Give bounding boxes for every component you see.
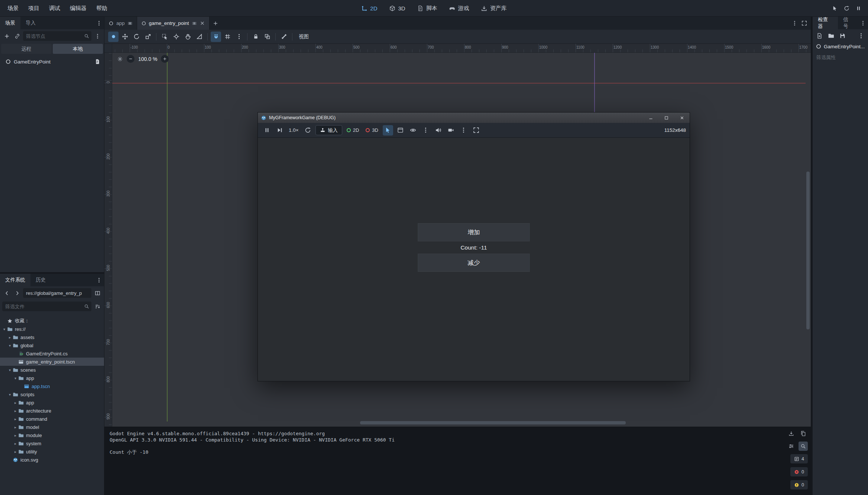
game-eye-button[interactable]: [408, 125, 418, 136]
expander-icon[interactable]: ▸: [13, 401, 18, 405]
fs-item[interactable]: app.tscn: [0, 382, 104, 390]
grid-snap-tool-button[interactable]: [222, 32, 233, 42]
fs-item[interactable]: ▾res://: [0, 325, 104, 333]
runbar-cursor-button[interactable]: [830, 4, 839, 13]
add-node-button[interactable]: [2, 32, 11, 40]
inspector-menu-button[interactable]: [858, 19, 867, 27]
runbar-reload-button[interactable]: [842, 4, 851, 13]
horizontal-scrollbar[interactable]: [360, 421, 626, 424]
filter-files-input[interactable]: [2, 302, 91, 311]
expander-icon[interactable]: ▾: [7, 343, 13, 348]
ruler-tool-button[interactable]: [194, 32, 204, 42]
scene-tabs-expand-button[interactable]: [800, 19, 809, 28]
game-kebab-button[interactable]: [459, 125, 469, 136]
scene-tree-item[interactable]: GameEntryPoint: [0, 57, 104, 66]
fs-item[interactable]: 收藏：: [0, 317, 104, 325]
magnet-tool-button[interactable]: [211, 32, 221, 42]
kebab-tool-button[interactable]: [234, 32, 244, 42]
output-tune-button[interactable]: [787, 442, 796, 451]
output-search-button[interactable]: [799, 442, 808, 451]
fs-item[interactable]: ▾scripts: [0, 390, 104, 398]
rotate-tool-button[interactable]: [131, 32, 142, 42]
menu-project[interactable]: 项目: [24, 3, 44, 14]
expander-icon[interactable]: ▸: [13, 433, 18, 437]
game-cursor-button[interactable]: [383, 125, 393, 136]
remote-button[interactable]: 远程: [1, 44, 52, 54]
zoom-out-button[interactable]: [127, 55, 135, 63]
fs-item[interactable]: ▸model: [0, 423, 104, 431]
output-warning-count-badge[interactable]: 0: [790, 480, 808, 489]
game-fullscreen-button[interactable]: [471, 125, 482, 136]
select-tool-button[interactable]: [108, 32, 119, 42]
game-panel-button[interactable]: [395, 125, 406, 136]
expander-icon[interactable]: ▸: [7, 335, 13, 339]
filter-properties-input[interactable]: [815, 52, 866, 62]
expander-icon[interactable]: ▾: [1, 327, 7, 331]
fs-item[interactable]: C#GameEntryPoint.cs: [0, 349, 104, 358]
window-minimize-button[interactable]: [643, 113, 658, 123]
new-scene-tab-button[interactable]: [210, 17, 221, 30]
scene-tab-game_entry_point[interactable]: game_entry_point: [137, 17, 210, 30]
fs-item[interactable]: ▸assets: [0, 333, 104, 341]
inspector-tab-inspector[interactable]: 检查器: [813, 17, 838, 29]
menu-help[interactable]: 帮助: [92, 3, 112, 14]
output-message-count-badge[interactable]: 4: [790, 454, 808, 463]
output-download-button[interactable]: [787, 429, 796, 438]
close-icon[interactable]: [200, 20, 205, 26]
fs-item[interactable]: ▾app: [0, 374, 104, 382]
filter-nodes-input[interactable]: [23, 31, 91, 41]
fs-item[interactable]: ▸system: [0, 439, 104, 447]
sort-files-button[interactable]: [93, 302, 102, 311]
expander-icon[interactable]: ▸: [13, 417, 18, 421]
fs-item[interactable]: icon.svg: [0, 456, 104, 464]
filesystem-tab-filesystem[interactable]: 文件系统: [0, 274, 30, 286]
expander-icon[interactable]: ▾: [13, 376, 18, 380]
expander-icon[interactable]: ▸: [13, 442, 18, 446]
scene-dock-tab-scene[interactable]: 场景: [0, 17, 20, 29]
mode-2d-toggle[interactable]: 2D: [344, 127, 362, 133]
instance-scene-button[interactable]: [13, 32, 22, 40]
fs-item[interactable]: ▸app: [0, 398, 104, 407]
decrease-button[interactable]: 减少: [418, 254, 530, 272]
scene-tree-options-button[interactable]: [93, 32, 102, 40]
vertical-scrollbar[interactable]: [806, 172, 810, 329]
move-tool-button[interactable]: [120, 32, 130, 42]
game-pause-button[interactable]: [262, 125, 272, 136]
game-speaker-button[interactable]: [433, 125, 444, 136]
increase-button[interactable]: 增加: [418, 223, 530, 241]
lock-tool-button[interactable]: [250, 32, 261, 42]
fs-item[interactable]: ▾global: [0, 341, 104, 349]
scale-tool-button[interactable]: [143, 32, 153, 42]
window-maximize-button[interactable]: [658, 113, 674, 123]
expander-icon[interactable]: ▸: [13, 450, 18, 454]
fs-item[interactable]: ▸utility: [0, 447, 104, 456]
workspace-2d[interactable]: 2D: [357, 3, 381, 13]
view-menu-button[interactable]: 视图: [295, 32, 312, 42]
window-close-button[interactable]: [674, 113, 690, 123]
2d-viewport[interactable]: -100010020030040050060070080090010001100…: [104, 44, 811, 427]
local-button[interactable]: 本地: [53, 44, 103, 54]
scene-dock-menu-button[interactable]: [94, 19, 103, 27]
output-copy-button[interactable]: [799, 429, 808, 438]
workspace-game[interactable]: 游戏: [446, 3, 473, 14]
workspace-3d[interactable]: 3D: [386, 3, 409, 13]
menu-scene[interactable]: 场景: [3, 3, 23, 14]
fs-item[interactable]: game_entry_point.tscn: [0, 358, 104, 366]
filesystem-tab-history[interactable]: 历史: [30, 274, 51, 286]
runbar-pause-button[interactable]: [854, 4, 863, 13]
game-camera-button[interactable]: [446, 125, 456, 136]
scene-dock-tab-import[interactable]: 导入: [20, 17, 41, 29]
bone-tool-button[interactable]: [279, 32, 289, 42]
output-error-count-badge[interactable]: 0: [790, 467, 808, 476]
fs-item[interactable]: ▸module: [0, 431, 104, 439]
fs-item[interactable]: ▸architecture: [0, 407, 104, 415]
split-view-button[interactable]: [93, 289, 102, 297]
script-icon[interactable]: [94, 59, 100, 65]
zoom-in-button[interactable]: [161, 55, 169, 63]
expander-icon[interactable]: ▸: [13, 425, 18, 429]
group-tool-button[interactable]: [262, 32, 272, 42]
inspector-save-button[interactable]: [838, 31, 847, 40]
expander-icon[interactable]: ▾: [7, 393, 13, 397]
select-list-tool-button[interactable]: [159, 32, 170, 42]
inspector-page-plus-button[interactable]: [815, 31, 824, 40]
